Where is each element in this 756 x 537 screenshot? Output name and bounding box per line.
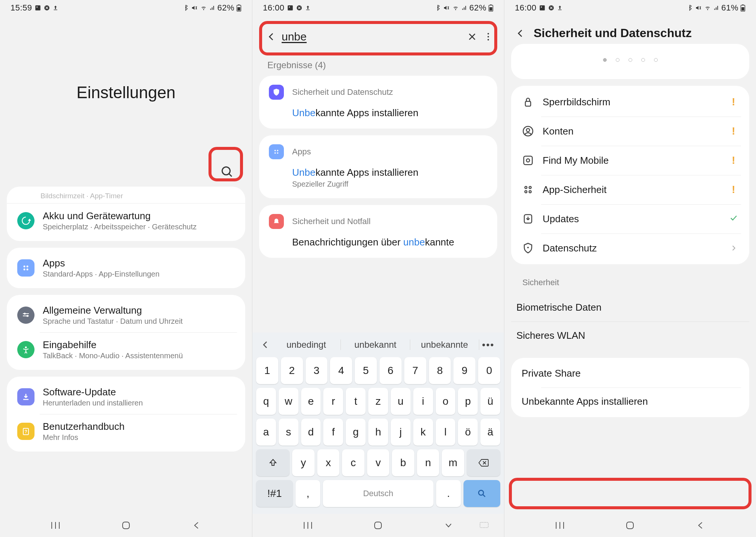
row-apps[interactable]: AppsStandard-Apps · App-Einstellungen — [7, 251, 245, 285]
suggestion[interactable]: unbedingt — [272, 340, 341, 350]
key-c[interactable]: c — [342, 449, 364, 476]
symbols-key[interactable]: !#1 — [256, 480, 293, 507]
more-icon[interactable] — [487, 32, 490, 42]
peek-row[interactable]: Bildschirmzeit · App-Timer — [7, 190, 245, 203]
nav-home[interactable] — [369, 520, 387, 531]
nav-home[interactable] — [117, 520, 135, 531]
result-item[interactable]: Unbekannte Apps installieren — [269, 106, 488, 120]
row-eingabehilfe[interactable]: EingabehilfeTalkBack · Mono-Audio · Assi… — [7, 332, 245, 367]
security-row[interactable]: Private Share — [511, 359, 749, 387]
key-q[interactable]: q — [256, 388, 276, 415]
svg-point-31 — [277, 153, 279, 154]
key-a[interactable]: a — [256, 419, 276, 446]
nav-home[interactable] — [621, 520, 639, 531]
key-5[interactable]: 5 — [355, 357, 377, 384]
row-handbuch[interactable]: ? BenutzerhandbuchMehr Infos — [7, 414, 245, 449]
key-0[interactable]: 0 — [478, 357, 500, 384]
key-y[interactable]: y — [292, 449, 315, 476]
key-w[interactable]: w — [279, 388, 298, 415]
key-z[interactable]: z — [368, 388, 388, 415]
nav-recents[interactable] — [298, 520, 317, 531]
row-akku[interactable]: Akku und GerätewartungSpeicherplatz · Ar… — [7, 203, 245, 238]
comma-key[interactable]: , — [296, 480, 320, 507]
upload-icon — [305, 4, 311, 11]
clear-icon[interactable] — [467, 32, 477, 42]
key-ä[interactable]: ä — [480, 419, 500, 446]
back-icon[interactable] — [516, 28, 525, 38]
svg-rect-38 — [558, 10, 561, 10]
enter-search-key[interactable] — [464, 480, 500, 507]
key-d[interactable]: d — [301, 419, 321, 446]
nav-recents[interactable] — [46, 520, 65, 531]
search-input[interactable]: unbe — [282, 30, 462, 43]
sugg-back-icon[interactable] — [259, 340, 272, 349]
key-8[interactable]: 8 — [429, 357, 451, 384]
key-b[interactable]: b — [392, 449, 414, 476]
security-row[interactable]: Sperrbildschirm! — [511, 87, 749, 117]
nav-back[interactable] — [691, 520, 710, 531]
key-6[interactable]: 6 — [380, 357, 402, 384]
security-row[interactable]: Konten! — [511, 117, 749, 146]
backspace-key[interactable] — [467, 449, 500, 476]
key-ö[interactable]: ö — [458, 419, 478, 446]
security-row[interactable]: App-Sicherheit! — [511, 175, 749, 204]
suggestion[interactable]: unbekannt — [341, 340, 410, 350]
security-row[interactable]: Biometrische Daten — [511, 293, 749, 322]
security-row[interactable]: Unbekannte Apps installieren — [511, 387, 749, 416]
key-h[interactable]: h — [368, 419, 388, 446]
key-r[interactable]: r — [323, 388, 343, 415]
kb-row-letters: yxcvbnm — [256, 449, 500, 476]
back-icon[interactable] — [267, 32, 276, 42]
key-g[interactable]: g — [346, 419, 366, 446]
nav-bar — [504, 514, 756, 537]
sliders-icon — [17, 307, 34, 324]
key-u[interactable]: u — [391, 388, 411, 415]
key-p[interactable]: p — [458, 388, 478, 415]
security-row[interactable]: Find My Mobile! — [511, 146, 749, 175]
check-icon — [728, 213, 739, 225]
result-item[interactable]: Benachrichtigungen über unbekannte — [269, 236, 488, 249]
apps-icon — [269, 144, 284, 159]
key-3[interactable]: 3 — [306, 357, 328, 384]
key-l[interactable]: l — [436, 419, 456, 446]
shift-key[interactable] — [256, 449, 290, 476]
nav-hide-keyboard[interactable] — [439, 520, 458, 531]
security-row[interactable]: Datenschutz — [511, 233, 749, 263]
key-9[interactable]: 9 — [453, 357, 476, 384]
suggestion[interactable]: unbekannte — [410, 340, 479, 350]
key-2[interactable]: 2 — [281, 357, 303, 384]
key-j[interactable]: j — [391, 419, 411, 446]
section-header: Sicherheit — [511, 271, 749, 292]
nav-back[interactable] — [187, 520, 206, 531]
key-o[interactable]: o — [436, 388, 456, 415]
key-e[interactable]: e — [301, 388, 321, 415]
key-7[interactable]: 7 — [404, 357, 426, 384]
key-x[interactable]: x — [317, 449, 340, 476]
svg-point-19 — [289, 6, 290, 7]
key-k[interactable]: k — [413, 419, 433, 446]
warning-icon: ! — [728, 154, 739, 166]
key-f[interactable]: f — [323, 419, 343, 446]
more-suggestions[interactable]: ••• — [479, 339, 497, 351]
svg-point-48 — [529, 187, 531, 189]
row-allgemein[interactable]: Allgemeine VerwaltungSprache und Tastatu… — [7, 298, 245, 332]
key-t[interactable]: t — [346, 388, 366, 415]
security-row[interactable]: Updates — [511, 204, 749, 233]
space-key[interactable]: Deutsch — [323, 480, 434, 507]
row-update[interactable]: Software-UpdateHerunterladen und install… — [7, 380, 245, 414]
clock: 15:59 — [10, 3, 32, 13]
nav-recents[interactable] — [550, 520, 569, 531]
key-4[interactable]: 4 — [330, 357, 352, 384]
search-icon[interactable] — [220, 165, 234, 179]
key-m[interactable]: m — [442, 449, 464, 476]
key-s[interactable]: s — [279, 419, 298, 446]
key-v[interactable]: v — [367, 449, 390, 476]
key-n[interactable]: n — [417, 449, 440, 476]
nav-keyboard-switch[interactable] — [475, 520, 494, 531]
security-row[interactable]: Sicheres WLAN — [511, 322, 749, 350]
key-ü[interactable]: ü — [480, 388, 500, 415]
result-item[interactable]: Unbekannte Apps installieren Spezieller … — [269, 166, 488, 189]
key-1[interactable]: 1 — [256, 357, 278, 384]
key-i[interactable]: i — [413, 388, 433, 415]
period-key[interactable]: . — [436, 480, 461, 507]
